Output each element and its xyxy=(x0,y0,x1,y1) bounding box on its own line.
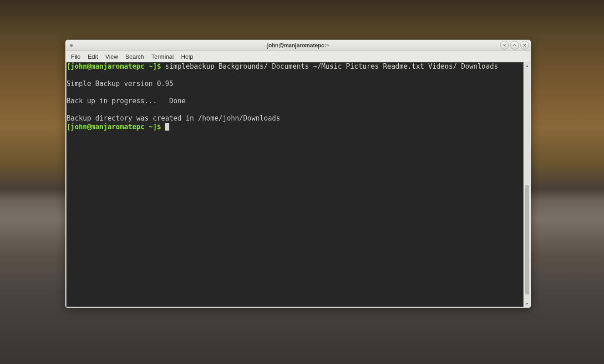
chevron-down-icon xyxy=(502,43,507,47)
prompt-end: ]$ xyxy=(153,123,165,131)
close-button[interactable] xyxy=(520,41,529,50)
prompt-path: ~ xyxy=(145,62,153,71)
menubar: File Edit View Search Terminal Help xyxy=(66,51,531,62)
prompt-path: ~ xyxy=(145,123,153,131)
vertical-scrollbar[interactable]: ▴ ▾ xyxy=(523,62,530,307)
menu-help[interactable]: Help xyxy=(178,52,197,61)
cursor xyxy=(165,123,169,131)
window-title: john@manjaromatepc:~ xyxy=(66,42,531,49)
maximize-button[interactable] xyxy=(510,41,519,50)
scroll-down-arrow-icon[interactable]: ▾ xyxy=(524,300,530,307)
scroll-thumb[interactable] xyxy=(525,185,529,294)
minimize-button[interactable] xyxy=(500,41,509,50)
terminal-wrap: [john@manjaromatepc ~]$ simplebackup Bac… xyxy=(66,62,531,308)
desktop-background: john@manjaromatepc:~ File Edit View Sear… xyxy=(0,0,604,364)
command-text: simplebackup Backgrounds/ Documents ~/Mu… xyxy=(165,62,498,71)
terminal-window: john@manjaromatepc:~ File Edit View Sear… xyxy=(65,40,531,308)
menu-terminal[interactable]: Terminal xyxy=(148,52,178,61)
output-line: Simple Backup version 0.95 xyxy=(66,80,173,88)
output-line: Backup directory was created in /home/jo… xyxy=(66,114,280,122)
menu-search[interactable]: Search xyxy=(122,52,147,61)
chevron-up-icon xyxy=(513,43,517,47)
close-icon xyxy=(523,43,527,47)
terminal-output[interactable]: [john@manjaromatepc ~]$ simplebackup Bac… xyxy=(66,62,523,307)
menu-file[interactable]: File xyxy=(67,52,84,61)
menu-edit[interactable]: Edit xyxy=(84,52,102,61)
prompt-end: ]$ xyxy=(153,62,165,71)
menu-view[interactable]: View xyxy=(102,52,122,61)
window-controls xyxy=(500,41,529,50)
scroll-up-arrow-icon[interactable]: ▴ xyxy=(524,62,530,69)
prompt-user: [john@manjaromatepc xyxy=(66,62,145,71)
titlebar[interactable]: john@manjaromatepc:~ xyxy=(66,40,531,51)
output-line: Back up in progress... Done xyxy=(66,97,186,105)
prompt-user: [john@manjaromatepc xyxy=(66,123,145,131)
window-menu-icon[interactable] xyxy=(70,44,73,47)
